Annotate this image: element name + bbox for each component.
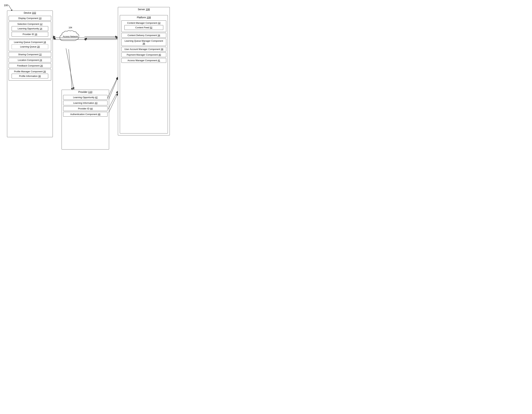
provider-box: Provider 110 Learning Opportunity 42 Lea… xyxy=(62,90,109,150)
selection-component: Selection Component 12 Learning Opportun… xyxy=(9,21,51,39)
learning-queue-20: Learning Queue 20 xyxy=(12,44,48,49)
provider-id-44: Provider ID 44 xyxy=(63,106,107,111)
authentication-component-46: Authentication Component 46 xyxy=(63,112,107,117)
location-component: Location Component 24 xyxy=(9,58,51,62)
content-delivery-component: Content Delivery Component 34 xyxy=(121,33,166,38)
access-manager-component: Access Manager Component 41 xyxy=(121,58,166,63)
platform-box: Platform 108 Content Manager Component 3… xyxy=(120,15,168,133)
user-account-manager-component: User Account Manager Component 38 xyxy=(121,47,166,52)
device-box: Device 102 Display Component 10 Selectio… xyxy=(7,10,53,137)
arrow-100-svg xyxy=(3,3,14,10)
svg-line-10 xyxy=(108,92,117,109)
svg-line-0 xyxy=(9,5,12,10)
learning-information-43: Learning Information 43 xyxy=(63,101,107,105)
learning-opportunity-42: Learning Opportunity 42 xyxy=(63,95,107,100)
display-component: Display Component 10 xyxy=(9,16,51,20)
svg-line-18 xyxy=(109,77,118,99)
svg-text:Access Network: Access Network xyxy=(63,35,78,38)
sharing-component: Sharing Component 22 xyxy=(9,52,51,57)
provider-title: Provider 110 xyxy=(62,90,109,94)
payment-manager-component: Payment Manager Component 40 xyxy=(121,52,166,57)
feedback-component: Feedback Component 26 xyxy=(9,63,51,68)
svg-line-8 xyxy=(69,49,72,90)
cloud-svg: Access Network xyxy=(58,29,83,43)
access-network: 104 Access Network xyxy=(56,26,85,47)
device-title: Device 102 xyxy=(7,11,53,15)
learning-opportunity-14: Learning Opportunity 14 xyxy=(12,26,48,31)
provider-id-16: Provider ID 16 xyxy=(12,32,48,37)
platform-title: Platform 108 xyxy=(120,15,168,19)
learning-queue-component: Learning Queue Component 18 Learning Que… xyxy=(9,39,51,51)
svg-line-19 xyxy=(109,93,118,113)
profile-manager-component: Profile Manager Component 26 Profile Inf… xyxy=(9,69,51,81)
content-manager-component: Content Manager Component 32 Content Fee… xyxy=(121,20,166,32)
device-num: 102 xyxy=(32,11,36,14)
svg-line-17 xyxy=(66,48,74,90)
content-feed-52: Content Feed 52 xyxy=(124,25,163,30)
profile-information-30: Profile Information 30 xyxy=(12,74,48,78)
server-box: Server 106 Platform 108 Content Manager … xyxy=(118,7,170,135)
server-title: Server 106 xyxy=(118,7,170,11)
learning-queue-manager-component: Learning Queue Manager Component 36 xyxy=(121,38,166,46)
diagram: 100 Device 102 Display Component 10 Sele… xyxy=(3,3,172,155)
